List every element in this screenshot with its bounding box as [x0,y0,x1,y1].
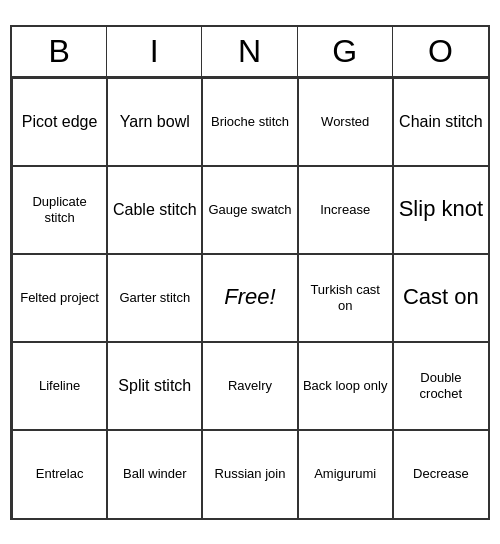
bingo-cell-19: Double crochet [393,342,488,430]
cell-text-8: Increase [320,202,370,218]
header-letter-b: B [12,27,107,76]
bingo-cell-3: Worsted [298,78,393,166]
bingo-cell-22: Russian join [202,430,297,518]
bingo-cell-24: Decrease [393,430,488,518]
cell-text-16: Split stitch [118,376,191,395]
bingo-cell-2: Brioche stitch [202,78,297,166]
cell-text-3: Worsted [321,114,369,130]
cell-text-24: Decrease [413,466,469,482]
bingo-cell-21: Ball winder [107,430,202,518]
cell-text-2: Brioche stitch [211,114,289,130]
bingo-cell-9: Slip knot [393,166,488,254]
cell-text-18: Back loop only [303,378,388,394]
bingo-grid: Picot edgeYarn bowlBrioche stitchWorsted… [12,78,488,518]
cell-text-17: Ravelry [228,378,272,394]
cell-text-11: Garter stitch [119,290,190,306]
cell-text-22: Russian join [215,466,286,482]
cell-text-14: Cast on [403,284,479,310]
bingo-cell-8: Increase [298,166,393,254]
bingo-cell-23: Amigurumi [298,430,393,518]
bingo-cell-7: Gauge swatch [202,166,297,254]
cell-text-20: Entrelac [36,466,84,482]
header-letter-o: O [393,27,488,76]
cell-text-21: Ball winder [123,466,187,482]
cell-text-9: Slip knot [399,196,483,222]
cell-text-1: Yarn bowl [120,112,190,131]
cell-text-10: Felted project [20,290,99,306]
header-letter-n: N [202,27,297,76]
cell-text-23: Amigurumi [314,466,376,482]
bingo-cell-11: Garter stitch [107,254,202,342]
bingo-cell-1: Yarn bowl [107,78,202,166]
cell-text-5: Duplicate stitch [17,194,102,225]
cell-text-12: Free! [224,284,275,310]
cell-text-13: Turkish cast on [303,282,388,313]
cell-text-15: Lifeline [39,378,80,394]
bingo-cell-14: Cast on [393,254,488,342]
cell-text-19: Double crochet [398,370,484,401]
bingo-cell-13: Turkish cast on [298,254,393,342]
bingo-cell-4: Chain stitch [393,78,488,166]
cell-text-0: Picot edge [22,112,98,131]
cell-text-7: Gauge swatch [208,202,291,218]
header-letter-g: G [298,27,393,76]
bingo-cell-18: Back loop only [298,342,393,430]
header-letter-i: I [107,27,202,76]
bingo-header: BINGO [12,27,488,78]
bingo-cell-12: Free! [202,254,297,342]
bingo-cell-17: Ravelry [202,342,297,430]
bingo-card: BINGO Picot edgeYarn bowlBrioche stitchW… [10,25,490,520]
bingo-cell-6: Cable stitch [107,166,202,254]
bingo-cell-5: Duplicate stitch [12,166,107,254]
cell-text-4: Chain stitch [399,112,483,131]
bingo-cell-16: Split stitch [107,342,202,430]
bingo-cell-20: Entrelac [12,430,107,518]
cell-text-6: Cable stitch [113,200,197,219]
bingo-cell-0: Picot edge [12,78,107,166]
bingo-cell-15: Lifeline [12,342,107,430]
bingo-cell-10: Felted project [12,254,107,342]
